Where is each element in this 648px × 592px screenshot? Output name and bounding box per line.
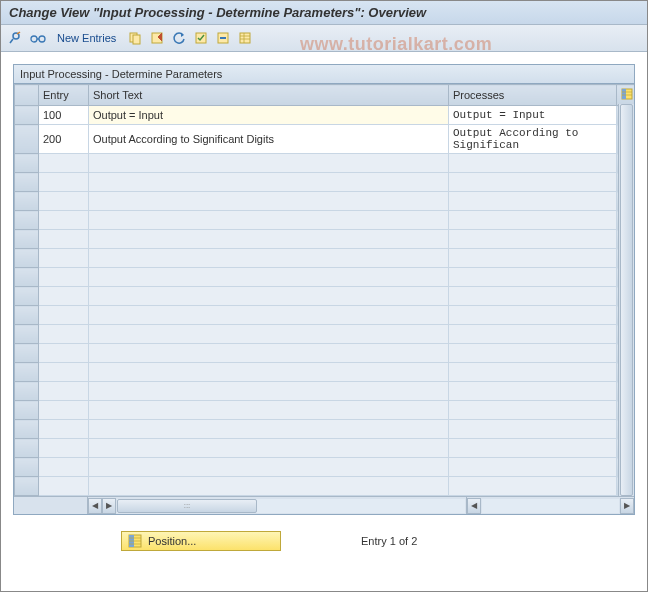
vertical-scrollbar[interactable] [618, 104, 634, 496]
table-row-empty[interactable] [15, 192, 635, 211]
table-row-empty[interactable] [15, 477, 635, 496]
panel-header: Input Processing - Determine Parameters [14, 65, 634, 84]
position-button[interactable]: Position... [121, 531, 281, 551]
svg-rect-9 [240, 33, 250, 43]
panel: Input Processing - Determine Parameters … [13, 64, 635, 515]
table-row-empty[interactable] [15, 249, 635, 268]
cell-entry[interactable]: 200 [39, 125, 89, 154]
horizontal-scrollbar-processes[interactable]: ◀ ▶ [466, 497, 634, 514]
svg-rect-8 [220, 37, 226, 39]
footer: Position... Entry 1 of 2 [13, 515, 635, 559]
title-bar: Change View "Input Processing - Determin… [1, 1, 647, 25]
cell-short-text[interactable]: Output According to Significant Digits [89, 125, 449, 154]
svg-point-2 [39, 36, 45, 42]
cell-processes[interactable]: Output According to Significan [449, 125, 617, 154]
vertical-scrollbar-thumb[interactable] [620, 104, 633, 496]
select-all-icon[interactable] [192, 29, 210, 47]
data-table: Entry Short Text Processes 100 Output = … [14, 84, 634, 496]
table-row-empty[interactable] [15, 268, 635, 287]
col-entry-header[interactable]: Entry [39, 85, 89, 106]
save-icon[interactable] [148, 29, 166, 47]
table-config-icon[interactable] [617, 85, 635, 106]
table-row-empty[interactable] [15, 420, 635, 439]
table-row-empty[interactable] [15, 230, 635, 249]
hscroll-right-icon[interactable]: ▶ [102, 498, 116, 514]
cell-processes[interactable]: Output = Input [449, 106, 617, 125]
position-icon [128, 534, 142, 548]
svg-rect-4 [133, 35, 140, 44]
table-header-row: Entry Short Text Processes [15, 85, 635, 106]
horizontal-scrollbar-main[interactable]: ◀ ▶ ::: [88, 497, 466, 514]
hscroll-right-icon[interactable]: ▶ [620, 498, 634, 514]
cell-entry[interactable]: 100 [39, 106, 89, 125]
table-row-empty[interactable] [15, 173, 635, 192]
cell-short-text[interactable]: Output = Input [89, 106, 449, 125]
horizontal-scroll-row: ◀ ▶ ::: ◀ ▶ [14, 496, 634, 514]
col-processes-header[interactable]: Processes [449, 85, 617, 106]
row-selector[interactable] [15, 106, 39, 125]
copy-icon[interactable] [126, 29, 144, 47]
position-button-label: Position... [148, 535, 196, 547]
col-short-text-header[interactable]: Short Text [89, 85, 449, 106]
table-row-empty[interactable] [15, 458, 635, 477]
table-row-empty[interactable] [15, 287, 635, 306]
table-row-empty[interactable] [15, 363, 635, 382]
table-row[interactable]: 100 Output = Input Output = Input [15, 106, 635, 125]
table-row-empty[interactable] [15, 325, 635, 344]
table-row-empty[interactable] [15, 401, 635, 420]
table-row-empty[interactable] [15, 306, 635, 325]
table-container: Entry Short Text Processes 100 Output = … [14, 84, 634, 514]
content-area: Input Processing - Determine Parameters … [1, 52, 647, 571]
entry-status-text: Entry 1 of 2 [361, 535, 417, 547]
table-settings-icon[interactable] [236, 29, 254, 47]
hscroll-left-icon[interactable]: ◀ [467, 498, 481, 514]
other-view-icon[interactable] [7, 29, 25, 47]
table-row[interactable]: 200 Output According to Significant Digi… [15, 125, 635, 154]
hscroll-left-icon[interactable]: ◀ [88, 498, 102, 514]
deselect-all-icon[interactable] [214, 29, 232, 47]
hscroll-track[interactable]: ::: [117, 499, 465, 513]
toolbar: New Entries [1, 25, 647, 52]
page-title: Change View "Input Processing - Determin… [9, 5, 639, 20]
table-row-empty[interactable] [15, 439, 635, 458]
new-entries-button[interactable]: New Entries [51, 30, 122, 46]
table-body: 100 Output = Input Output = Input 200 Ou… [15, 106, 635, 496]
hscroll-track[interactable] [482, 499, 619, 513]
col-selector-header[interactable] [15, 85, 39, 106]
svg-point-1 [31, 36, 37, 42]
table-row-empty[interactable] [15, 382, 635, 401]
table-row-empty[interactable] [15, 154, 635, 173]
table-row-empty[interactable] [15, 344, 635, 363]
hscroll-thumb[interactable]: ::: [117, 499, 257, 513]
hscroll-spacer [14, 497, 88, 514]
row-selector[interactable] [15, 125, 39, 154]
table-row-empty[interactable] [15, 211, 635, 230]
glasses-icon[interactable] [29, 29, 47, 47]
undo-icon[interactable] [170, 29, 188, 47]
svg-rect-11 [622, 89, 626, 99]
